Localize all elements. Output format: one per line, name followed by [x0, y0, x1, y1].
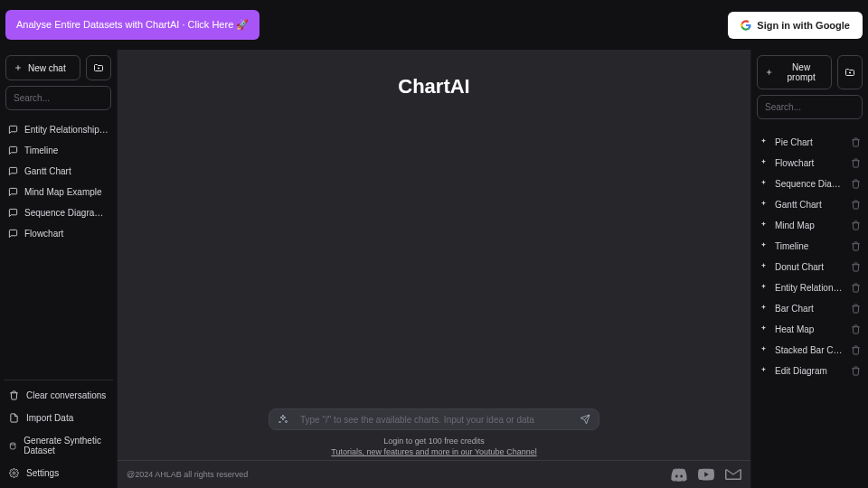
plus-icon [765, 68, 773, 77]
delete-prompt-icon[interactable] [851, 324, 861, 334]
prompt-label: Stacked Bar Chart [775, 345, 844, 355]
chat-icon [8, 208, 18, 218]
right-sidebar: New prompt Pie ChartFlowchartSequence Di… [750, 50, 868, 488]
prompt-label: Mind Map [775, 221, 844, 230]
prompt-label: Bar Chart [775, 304, 844, 314]
prompt-item[interactable]: Heat Map [751, 319, 868, 340]
prompt-item[interactable]: Entity Relationship Diagram [751, 277, 868, 298]
conversation-label: Mind Map Example [24, 187, 108, 197]
import-data-button[interactable]: Import Data [4, 407, 113, 429]
sparkle-icon [759, 137, 769, 147]
prompt-item[interactable]: Donut Chart [751, 257, 868, 277]
conversation-item[interactable]: Sequence Diagram: Blogging... [0, 202, 117, 223]
svg-point-0 [10, 443, 15, 445]
settings-label: Settings [26, 468, 59, 478]
plus-icon [14, 63, 23, 72]
send-icon[interactable] [580, 414, 590, 425]
prompt-item[interactable]: Pie Chart [751, 132, 868, 153]
sparkle-icon [759, 262, 769, 272]
prompt-label: Edit Diagram [775, 366, 844, 376]
prompt-item[interactable]: Edit Diagram [751, 361, 868, 381]
chat-icon [8, 229, 18, 239]
youtube-icon[interactable] [698, 466, 714, 483]
left-sidebar: New chat Entity Relationship DiagramTime… [0, 50, 118, 488]
google-signin-button[interactable]: Sign in with Google [728, 12, 863, 39]
delete-prompt-icon[interactable] [851, 262, 861, 272]
prompt-label: Sequence Diagram [775, 179, 844, 189]
prompt-label: Heat Map [775, 324, 844, 334]
new-prompt-button[interactable]: New prompt [757, 55, 832, 89]
conversation-item[interactable]: Flowchart [0, 223, 117, 244]
conversation-label: Gantt Chart [24, 166, 108, 176]
delete-prompt-icon[interactable] [851, 366, 861, 376]
prompt-label: Entity Relationship Diagram [775, 283, 844, 293]
chat-icon [8, 187, 18, 197]
clear-conversations-label: Clear conversations [26, 390, 106, 400]
import-data-label: Import Data [26, 413, 73, 423]
sparkle-icon [759, 200, 769, 210]
youtube-link[interactable]: Tutorials, new features and more in our … [331, 447, 536, 456]
generate-dataset-label: Generate Synthetic Dataset [24, 436, 108, 455]
sparkle-icon [759, 345, 769, 355]
prompt-label: Donut Chart [775, 262, 844, 272]
delete-prompt-icon[interactable] [851, 179, 861, 189]
delete-prompt-icon[interactable] [851, 158, 861, 168]
delete-prompt-icon[interactable] [851, 137, 861, 147]
conversation-item[interactable]: Gantt Chart [0, 161, 117, 182]
chat-icon [8, 166, 18, 176]
delete-prompt-icon[interactable] [851, 200, 861, 210]
prompt-label: Gantt Chart [775, 200, 844, 210]
sparkle-icon [759, 366, 769, 376]
conversation-label: Flowchart [24, 229, 108, 239]
database-icon [9, 441, 16, 451]
delete-prompt-icon[interactable] [851, 345, 861, 355]
delete-prompt-icon[interactable] [851, 241, 861, 251]
sparkle-icon [759, 179, 769, 189]
svg-point-1 [13, 472, 15, 474]
delete-prompt-icon[interactable] [851, 221, 861, 230]
google-icon [741, 20, 751, 31]
new-chat-button[interactable]: New chat [5, 55, 80, 80]
delete-prompt-icon[interactable] [851, 304, 861, 314]
new-prompt-folder-button[interactable] [837, 55, 863, 89]
conversation-item[interactable]: Entity Relationship Diagram [0, 119, 117, 140]
sparkle-icon [759, 304, 769, 314]
prompt-label: Flowchart [775, 158, 844, 168]
prompt-item[interactable]: Gantt Chart [751, 194, 868, 215]
clear-conversations-button[interactable]: Clear conversations [4, 384, 113, 407]
folder-plus-icon [844, 67, 855, 78]
delete-prompt-icon[interactable] [851, 283, 861, 293]
trash-icon [9, 390, 19, 400]
main-panel: ChartAI Login to get 100 free credits Tu… [118, 50, 750, 488]
conversation-item[interactable]: Mind Map Example [0, 182, 117, 202]
chat-search-input[interactable] [5, 86, 111, 110]
discord-icon[interactable] [671, 466, 687, 483]
chat-icon [8, 125, 18, 135]
sparkle-icon [759, 221, 769, 230]
prompt-item[interactable]: Mind Map [751, 215, 868, 236]
mail-icon[interactable] [725, 466, 741, 483]
promo-banner-button[interactable]: Analyse Entire Datasets with ChartAI · C… [5, 10, 259, 40]
sparkle-icon [278, 414, 288, 425]
settings-button[interactable]: Settings [4, 462, 113, 484]
conversation-item[interactable]: Timeline [0, 140, 117, 161]
new-chat-label: New chat [28, 63, 66, 73]
prompt-item[interactable]: Bar Chart [751, 298, 868, 319]
conversation-label: Entity Relationship Diagram [24, 125, 108, 135]
sparkle-icon [759, 241, 769, 251]
footer-copyright: @2024 AHLAB all rights reserved [127, 470, 248, 479]
login-hint: Login to get 100 free credits [383, 436, 485, 446]
new-prompt-label: New prompt [778, 62, 824, 82]
conversation-label: Timeline [24, 145, 108, 155]
sparkle-icon [759, 158, 769, 168]
generate-dataset-button[interactable]: Generate Synthetic Dataset [4, 429, 113, 462]
prompt-search-input[interactable] [757, 95, 863, 119]
prompt-item[interactable]: Stacked Bar Chart [751, 340, 868, 361]
chat-input[interactable] [269, 408, 599, 430]
sparkle-icon [759, 324, 769, 334]
prompt-item[interactable]: Sequence Diagram [751, 174, 868, 194]
prompt-item[interactable]: Flowchart [751, 153, 868, 174]
prompt-item[interactable]: Timeline [751, 236, 868, 257]
prompt-label: Timeline [775, 241, 844, 251]
new-folder-button[interactable] [86, 55, 111, 80]
